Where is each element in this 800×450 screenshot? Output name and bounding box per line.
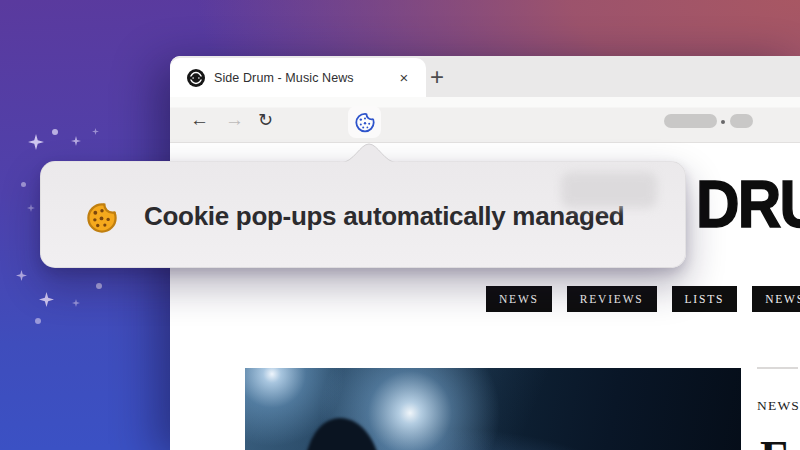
site-navigation: NEWS REVIEWS LISTS NEWSLETTER xyxy=(486,286,800,312)
cookie-tooltip: Cookie pop-ups automatically managed xyxy=(40,161,686,268)
tab-close-icon[interactable]: × xyxy=(394,68,414,88)
new-tab-button[interactable]: + xyxy=(419,60,455,94)
cookie-blocker-icon xyxy=(353,110,377,134)
browser-tab[interactable]: Side Drum - Music News × xyxy=(170,58,426,97)
nav-item-news[interactable]: NEWS xyxy=(486,286,552,312)
performer-silhouette xyxy=(305,418,381,450)
sidebar-section-heading: NEWS xyxy=(757,398,800,414)
tooltip-pointer xyxy=(340,143,398,163)
sidebar-article-dropcap: F xyxy=(760,435,788,450)
sparkle-dot-icon xyxy=(96,283,102,289)
toolbar-dot xyxy=(721,120,725,124)
sparkle-icon xyxy=(27,204,35,212)
cookie-icon xyxy=(83,198,121,236)
sparkle-icon xyxy=(28,134,44,150)
nav-item-newsletter[interactable]: NEWSLETTER xyxy=(752,286,800,312)
toolbar-placeholder-pill[interactable] xyxy=(664,114,717,128)
site-masthead[interactable]: DRUM xyxy=(696,170,800,237)
back-button[interactable]: ← xyxy=(190,110,209,130)
site-favicon-icon xyxy=(187,69,205,87)
article-hero-image xyxy=(245,368,741,450)
blurred-page-element xyxy=(561,172,657,208)
browser-toolbar: ← → ↻ xyxy=(170,97,800,143)
sparkle-icon xyxy=(92,128,99,135)
sparkle-icon xyxy=(72,299,80,307)
sparkle-icon xyxy=(71,136,81,146)
cookie-badge-button[interactable] xyxy=(348,106,381,138)
tooltip-message: Cookie pop-ups automatically managed xyxy=(144,201,624,232)
nav-item-reviews[interactable]: REVIEWS xyxy=(567,286,657,312)
nav-item-lists[interactable]: LISTS xyxy=(672,286,738,312)
reload-button[interactable]: ↻ xyxy=(258,110,273,130)
toolbar-placeholder-pill[interactable] xyxy=(730,114,753,128)
sparkle-icon xyxy=(16,270,27,281)
tab-bar: Side Drum - Music News × + xyxy=(170,56,800,97)
sidebar-divider xyxy=(757,367,798,369)
forward-button[interactable]: → xyxy=(225,110,244,130)
sparkle-icon xyxy=(39,292,54,307)
sparkle-dot-icon xyxy=(21,182,26,187)
sparkle-dot-icon xyxy=(52,129,58,135)
tab-title: Side Drum - Music News xyxy=(214,71,394,85)
sparkle-dot-icon xyxy=(35,318,41,324)
